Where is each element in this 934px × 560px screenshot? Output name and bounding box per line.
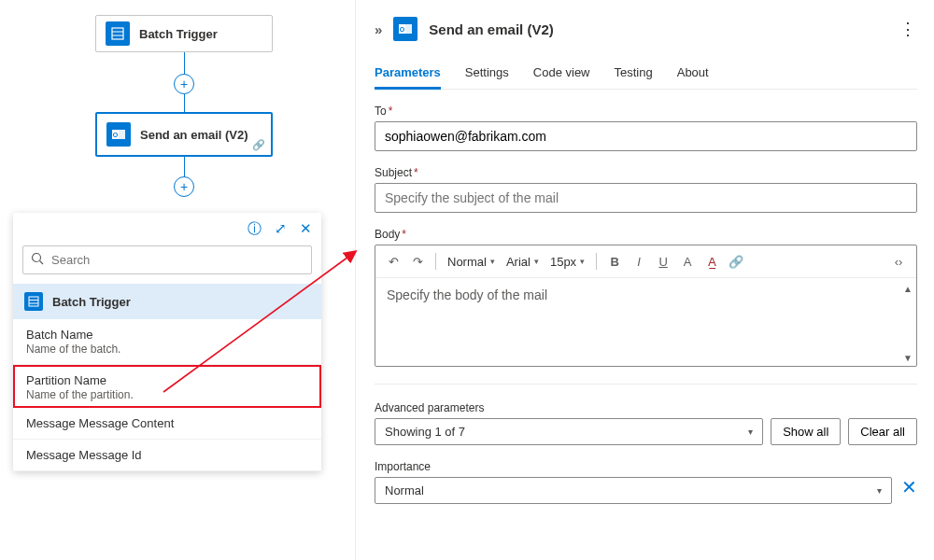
token-desc: Name of the partition.	[26, 388, 308, 401]
expand-icon[interactable]: ⤢	[275, 220, 287, 238]
subject-input[interactable]	[375, 183, 917, 213]
panel-title: Send an email (V2)	[429, 21, 888, 37]
add-step-button[interactable]: +	[174, 176, 194, 197]
scroll-up-icon: ▲	[903, 284, 911, 291]
clear-all-button[interactable]: Clear all	[848, 418, 917, 445]
close-icon[interactable]: ✕	[300, 220, 312, 238]
search-input-wrapper[interactable]	[22, 245, 312, 274]
outlook-icon: O	[106, 122, 131, 147]
token-name: Batch Name	[26, 328, 308, 342]
underline-icon[interactable]: U	[653, 251, 673, 272]
token-picker-popup: ⓘ ⤢ ✕ Batch Trigger Batch Name Name of t…	[13, 213, 321, 471]
highlight-icon[interactable]: A̲	[701, 251, 722, 272]
token-item-message-id[interactable]: Message Message Id	[13, 440, 321, 471]
svg-text:O: O	[113, 132, 119, 138]
token-name: Partition Name	[26, 373, 308, 387]
search-icon	[31, 252, 44, 268]
scroll-down-icon: ▼	[903, 353, 911, 360]
body-editor: ↶ ↷ Normal▾ Arial▾ 15px▾ B I U A A̲ 🔗 ‹›…	[375, 245, 917, 367]
token-section-header: Batch Trigger	[13, 284, 321, 319]
font-size-dropdown[interactable]: 15px▾	[546, 255, 588, 269]
bold-icon[interactable]: B	[604, 251, 625, 272]
tab-codeview[interactable]: Code view	[533, 58, 590, 89]
token-section-title: Batch Trigger	[52, 295, 131, 309]
remove-param-button[interactable]: ✕	[901, 476, 917, 504]
link-icon: 🔗	[252, 139, 265, 151]
body-input[interactable]: Specify the body of the mail ▲ ▼	[375, 278, 916, 366]
panel-tabs: Parameters Settings Code view Testing Ab…	[375, 58, 917, 90]
tab-about[interactable]: About	[677, 58, 709, 89]
token-name: Message Message Id	[26, 448, 308, 462]
token-item-partition-name[interactable]: Partition Name Name of the partition.	[13, 365, 321, 408]
connector	[184, 52, 185, 75]
link-icon[interactable]: 🔗	[726, 251, 746, 272]
svg-point-6	[33, 254, 41, 262]
advanced-params-label: Advanced parameters	[375, 401, 917, 414]
action-node[interactable]: O Send an email (V2) 🔗	[95, 112, 273, 157]
importance-label: Importance	[375, 460, 892, 473]
trigger-node[interactable]: Batch Trigger	[95, 15, 273, 52]
collapse-panel-button[interactable]: »	[375, 21, 382, 37]
search-input[interactable]	[51, 253, 304, 267]
tab-settings[interactable]: Settings	[465, 58, 509, 89]
tab-parameters[interactable]: Parameters	[375, 58, 441, 89]
more-menu-button[interactable]: ⋮	[899, 19, 917, 39]
svg-line-7	[40, 261, 44, 265]
body-toolbar: ↶ ↷ Normal▾ Arial▾ 15px▾ B I U A A̲ 🔗 ‹›	[375, 245, 916, 278]
paragraph-style-dropdown[interactable]: Normal▾	[444, 255, 499, 269]
insert-step-button[interactable]: +	[174, 74, 194, 94]
italic-icon[interactable]: I	[629, 251, 649, 272]
font-family-dropdown[interactable]: Arial▾	[502, 255, 543, 269]
action-detail-panel: » O Send an email (V2) ⋮ Parameters Sett…	[355, 0, 934, 560]
svg-rect-8	[29, 297, 38, 306]
trigger-node-title: Batch Trigger	[139, 27, 218, 41]
batch-icon	[106, 21, 130, 46]
to-label: To*	[375, 105, 917, 118]
info-icon[interactable]: ⓘ	[248, 220, 262, 238]
subject-label: Subject*	[375, 166, 917, 179]
token-desc: Name of the batch.	[26, 343, 308, 356]
show-all-button[interactable]: Show all	[771, 418, 841, 445]
importance-dropdown[interactable]: Normal ▾	[375, 477, 892, 504]
advanced-params-dropdown[interactable]: Showing 1 of 7 ▾	[375, 418, 763, 445]
chevron-down-icon: ▾	[748, 427, 753, 437]
svg-text:O: O	[400, 26, 405, 33]
svg-rect-0	[112, 28, 123, 39]
token-item-batch-name[interactable]: Batch Name Name of the batch.	[13, 319, 321, 365]
workflow-canvas: Batch Trigger + O Send an email (V2) 🔗 +	[0, 0, 336, 215]
body-label: Body*	[375, 228, 917, 241]
action-node-title: Send an email (V2)	[140, 128, 248, 142]
to-input[interactable]	[375, 121, 917, 151]
undo-icon[interactable]: ↶	[383, 251, 403, 272]
redo-icon[interactable]: ↷	[407, 251, 428, 272]
token-item-message-content[interactable]: Message Message Content	[13, 408, 321, 440]
outlook-icon: O	[393, 17, 417, 41]
font-color-icon[interactable]: A	[677, 251, 698, 272]
tab-testing[interactable]: Testing	[615, 58, 653, 89]
connector	[184, 94, 185, 113]
token-name: Message Message Content	[26, 416, 308, 430]
code-view-icon[interactable]: ‹›	[888, 251, 909, 272]
chevron-down-icon: ▾	[877, 485, 882, 496]
batch-icon	[24, 292, 43, 311]
connector	[184, 157, 185, 177]
